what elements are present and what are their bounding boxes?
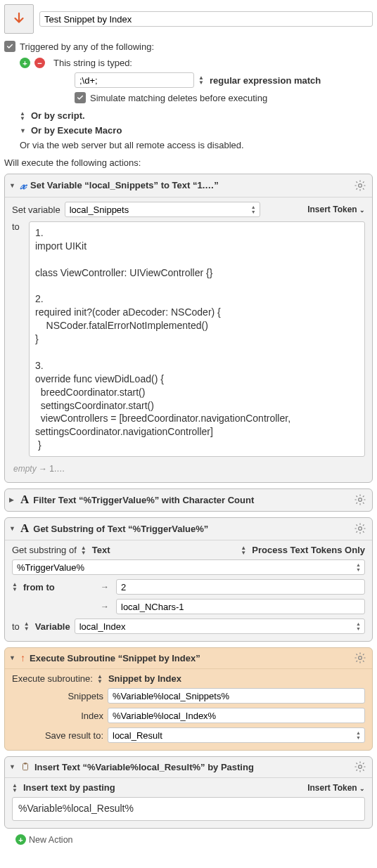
gear-icon[interactable] [354,760,366,773]
variable-icon: 𝓍 [20,178,26,193]
match-mode-stepper[interactable] [198,75,205,85]
save-result-label: Save result to: [12,730,103,741]
svg-rect-5 [24,763,27,764]
svg-rect-4 [23,763,28,770]
action-insert-text: Insert Text “%Variable%local_Result%” by… [4,756,373,829]
typed-string-input[interactable] [75,72,194,88]
gear-icon[interactable] [354,493,366,506]
disclosure-icon[interactable] [9,182,16,189]
text-option: Text [92,545,110,555]
svg-point-3 [359,656,362,660]
insert-text-value[interactable]: %Variable%local_Result% [12,797,365,821]
disclosure-icon[interactable] [9,525,16,532]
action-execute-subroutine: ↑ Execute Subroutine “Snippet by Index” … [4,647,373,751]
subroutine-picker-stepper[interactable] [97,674,104,684]
gear-icon[interactable] [354,652,366,664]
simulate-deletes-label: Simulate matching deletes before executi… [90,93,267,103]
source-text-input[interactable] [12,559,365,575]
action-title: Get Substring of Text “%TriggerValue%” [33,524,350,534]
from-value-input[interactable] [116,579,365,595]
source-mode-stepper[interactable] [81,545,88,555]
variable-text-value[interactable]: 1. import UIKit class ViewController: UI… [29,221,365,457]
dest-variable-select[interactable] [75,618,365,634]
insert-token-button[interactable]: Insert Token ⌄ [307,783,365,793]
range-mode-stepper[interactable] [12,582,19,592]
action-title: Execute Subroutine “Snippet by Index” [30,653,350,663]
variable-name-select[interactable] [65,202,260,217]
svg-point-6 [359,765,362,769]
to-label: to [12,621,20,632]
param-snippets-input[interactable] [108,688,365,704]
insert-mode-label: Insert text by pasting [23,782,115,793]
will-execute-label: Will execute the following actions: [4,157,373,168]
triggers-enabled-checkbox[interactable] [4,41,15,52]
svg-point-2 [359,527,362,531]
from-to-label: from to [23,582,94,592]
param-index-label: Index [12,711,103,721]
text-icon: A [20,522,29,536]
action-title: Set Variable “local_Snippets” to Text “1… [30,180,350,190]
macro-title-input[interactable] [39,11,373,27]
get-substring-label: Get substring of [12,545,77,555]
or-script-stepper[interactable] [20,111,27,121]
param-snippets-label: Snippets [12,691,103,701]
to-label: to [12,221,25,232]
gear-icon[interactable] [354,522,366,535]
insert-mode-stepper[interactable] [12,783,19,793]
macro-icon-box [4,4,34,34]
dest-mode-stepper[interactable] [24,621,31,631]
arrow-right-icon: → [98,582,112,592]
action-filter-text: A Filter Text “%TriggerValue%” with Char… [4,488,373,512]
remove-trigger-button[interactable]: − [34,58,45,68]
or-script-label: Or by script. [31,110,85,121]
text-icon: A [20,493,29,507]
disclosure-icon[interactable] [9,654,16,661]
insert-token-button[interactable]: Insert Token ⌄ [307,205,365,214]
action-get-substring: A Get Substring of Text “%TriggerValue%”… [4,517,373,642]
svg-point-1 [359,498,362,502]
down-arrow-icon [11,11,27,27]
action-title: Insert Text “%Variable%local_Result%” by… [34,762,350,772]
regex-match-label: regular expression match [210,75,321,86]
to-value-input[interactable] [116,599,365,614]
new-action-button[interactable]: + New Action [15,834,373,845]
param-index-input[interactable] [108,708,365,723]
disclosure-icon[interactable] [9,496,16,503]
action-title: Filter Text “%TriggerValue%” with Charac… [33,495,350,505]
or-execute-macro-disclosure[interactable] [20,127,27,134]
clipboard-icon [20,761,30,772]
subroutine-icon: ↑ [20,652,25,663]
or-webserver-label: Or via the web server but all remote acc… [20,140,244,150]
execute-subroutine-label: Execute subroutine: [12,673,93,684]
disclosure-icon[interactable] [9,763,16,770]
save-result-select[interactable] [108,727,365,743]
svg-point-0 [359,183,362,187]
process-tokens-label: Process Text Tokens Only [252,545,365,555]
plus-icon: + [15,834,26,845]
subroutine-name: Snippet by Index [108,673,181,684]
string-typed-label: This string is typed: [53,58,132,68]
variable-option: Variable [35,621,70,632]
simulate-deletes-checkbox[interactable] [75,92,86,103]
add-trigger-button[interactable]: + [20,58,30,68]
action-set-variable: 𝓍 Set Variable “local_Snippets” to Text … [4,174,373,483]
triggered-label: Triggered by any of the following: [20,41,154,52]
or-execute-macro-label: Or by Execute Macro [31,125,122,136]
arrow-right-icon: → [98,602,112,611]
set-variable-label: Set variable [12,205,60,215]
empty-hint: empty → 1.… [12,461,365,475]
gear-icon[interactable] [354,179,366,192]
process-tokens-stepper[interactable] [241,545,248,555]
